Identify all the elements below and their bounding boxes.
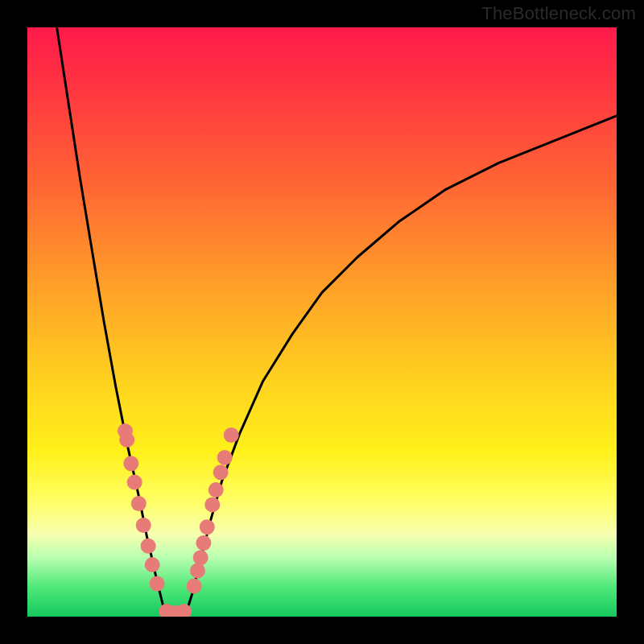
chart-frame: TheBottleneck.com (0, 0, 644, 644)
data-dot (187, 578, 202, 593)
data-dot (204, 497, 220, 512)
data-dot (127, 475, 142, 490)
data-dot (150, 576, 165, 592)
data-dot (208, 482, 224, 497)
data-dot (193, 550, 208, 565)
data-dot (217, 450, 233, 465)
watermark-text: TheBottleneck.com (481, 3, 636, 24)
data-dot (196, 535, 211, 551)
chart-overlay (27, 27, 617, 617)
data-dot (213, 464, 229, 480)
data-dot (190, 563, 205, 578)
chart-plot-area (27, 27, 617, 617)
data-dot (200, 519, 215, 535)
data-dot (224, 427, 239, 443)
data-dot (119, 432, 134, 448)
curve-right-curve (187, 116, 617, 612)
data-dot (136, 518, 151, 533)
data-dot (131, 496, 147, 511)
data-dot (145, 557, 160, 572)
dot-group (118, 423, 239, 617)
data-dot (123, 456, 138, 471)
data-dot (141, 539, 156, 554)
